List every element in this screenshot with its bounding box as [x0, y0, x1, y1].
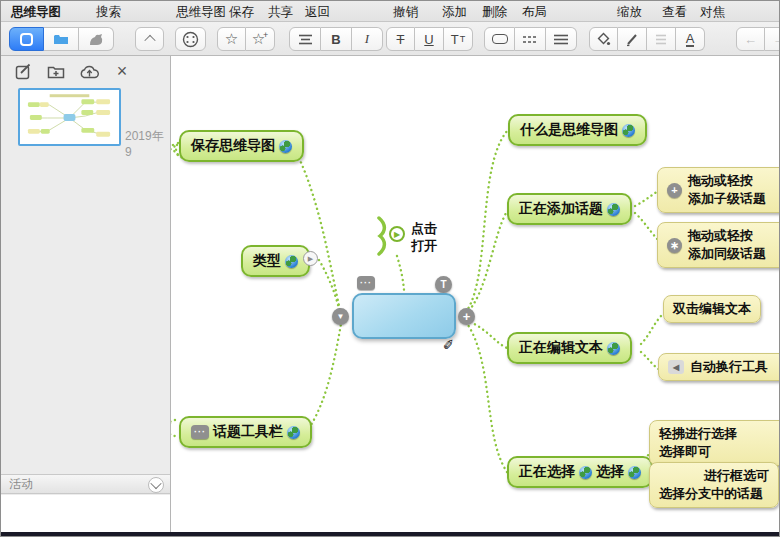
- activity-collapse-button[interactable]: [148, 477, 164, 493]
- topic-type[interactable]: 类型: [241, 245, 310, 277]
- folder-plus-icon: [47, 64, 65, 79]
- text-handle[interactable]: T: [435, 276, 452, 293]
- menu-zoom[interactable]: 缩放: [617, 4, 642, 21]
- menu-mindmap[interactable]: 思维导图: [176, 4, 226, 21]
- fill-drop-icon: [597, 32, 611, 46]
- folder-segment-button[interactable]: [44, 27, 79, 51]
- cloud-upload-button[interactable]: [77, 60, 101, 82]
- font-color-button[interactable]: A: [676, 27, 705, 51]
- select-note-a-line2: 选择即可: [659, 443, 777, 461]
- menu-undo[interactable]: 撤销: [393, 4, 418, 21]
- star-add-button[interactable]: ☆ +: [246, 27, 275, 51]
- menu-share[interactable]: 共享: [268, 4, 293, 21]
- topic-save-mindmap[interactable]: 保存思维导图: [179, 130, 304, 162]
- fill-color-button[interactable]: [589, 27, 618, 51]
- callout-line1: 点击: [411, 220, 437, 237]
- stickers-segment-button[interactable]: [79, 27, 114, 51]
- globe-icon: [285, 255, 298, 268]
- font-size-big: T: [451, 32, 459, 47]
- close-icon: ×: [117, 64, 128, 78]
- subtopic-doubleclick-edit[interactable]: 双击编辑文本: [663, 295, 761, 323]
- underline-button[interactable]: U: [415, 27, 444, 51]
- document-thumbnail[interactable]: [18, 88, 121, 146]
- activity-panel: [1, 495, 170, 532]
- select-note-b-line1: 进行框选可: [659, 467, 769, 485]
- align-button[interactable]: [289, 27, 321, 51]
- thumbnail-date: 2019年9: [125, 128, 170, 159]
- strikethrough-button[interactable]: T: [386, 27, 415, 51]
- subtopic-select-note-a[interactable]: 轻拂进行选择 选择即可: [649, 420, 780, 466]
- topic-adding-label: 正在添加话题: [519, 200, 603, 218]
- star-button[interactable]: ☆: [217, 27, 246, 51]
- subtopic-add-sibling-line2: 添加同级话题: [688, 245, 766, 263]
- menu-save[interactable]: 保存: [229, 4, 254, 21]
- menu-focus[interactable]: 对焦: [700, 4, 725, 21]
- style-palette-button[interactable]: [175, 27, 206, 51]
- collapse-badge[interactable]: ▶: [303, 251, 318, 266]
- wrap-arrow-icon: ◀: [668, 360, 684, 374]
- bold-button[interactable]: B: [321, 27, 352, 51]
- topic-selecting[interactable]: 正在选择 选择: [507, 456, 653, 488]
- favorites-group: ☆ ☆ +: [217, 27, 275, 51]
- topic-what-is-mindmap[interactable]: 什么是思维导图: [508, 114, 647, 146]
- import-button[interactable]: [44, 60, 68, 82]
- italic-button[interactable]: I: [352, 27, 383, 51]
- asterisk-circle-icon: ∗: [667, 238, 682, 253]
- rounded-rect-icon: [492, 34, 508, 44]
- menu-bar: 思维导图 搜索 思维导图 保存 共享 返回 撤销 添加 删除 布局 缩放 查看 …: [1, 1, 780, 22]
- menu-return[interactable]: 返回: [305, 4, 330, 21]
- topic-adding[interactable]: 正在添加话题: [507, 193, 632, 225]
- collapse-toolbar-button[interactable]: [135, 27, 164, 51]
- edit-pencil-icon[interactable]: ✎: [440, 337, 457, 350]
- node-shape-button[interactable]: [484, 27, 515, 51]
- menu-delete[interactable]: 删除: [482, 4, 507, 21]
- font-size-button[interactable]: T T: [444, 27, 473, 51]
- menu-layout[interactable]: 布局: [522, 4, 547, 21]
- menu-add[interactable]: 添加: [442, 4, 467, 21]
- topic-what-label: 什么是思维导图: [520, 121, 618, 139]
- subtopic-add-child-line1: 拖动或轻按: [688, 172, 766, 190]
- new-document-button[interactable]: [11, 60, 35, 82]
- subtopic-add-child[interactable]: + 拖动或轻按 添加子级话题: [657, 167, 780, 213]
- back-button[interactable]: ←: [736, 27, 765, 51]
- subtopic-select-note-b[interactable]: 进行框选可 选择分支中的话题: [649, 462, 779, 508]
- menu-app[interactable]: 思维导图: [11, 4, 61, 21]
- documents-segment-button[interactable]: [9, 27, 44, 51]
- select-note-a-line1: 轻拂进行选择: [659, 425, 777, 443]
- globe-icon: [579, 466, 592, 479]
- mindmap-canvas[interactable]: ▶ 点击 打开 ··· T ▼ + ✎ 保存思维导图 类型 ▶: [171, 56, 780, 532]
- close-button[interactable]: ×: [110, 60, 134, 82]
- shape-group: [484, 27, 577, 51]
- topic-toolbar-handle[interactable]: ···: [357, 276, 375, 290]
- globe-icon: [622, 124, 635, 137]
- topic-editing[interactable]: 正在编辑文本: [507, 332, 632, 364]
- forward-button[interactable]: →: [765, 27, 780, 51]
- solid-stroke-button[interactable]: [546, 27, 577, 51]
- pen-button[interactable]: [618, 27, 647, 51]
- solid-lines-icon: [553, 34, 569, 45]
- globe-icon: [287, 426, 300, 439]
- play-icon: ▶: [308, 255, 313, 263]
- menu-view[interactable]: 查看: [662, 4, 687, 21]
- subtopic-autowrap[interactable]: ◀ 自动换行工具: [658, 353, 780, 381]
- callout-play-icon[interactable]: ▶: [389, 226, 405, 242]
- globe-icon: [607, 203, 620, 216]
- subtopic-add-sibling[interactable]: ∗ 拖动或轻按 添加同级话题: [657, 222, 780, 268]
- menu-search[interactable]: 搜索: [96, 4, 121, 21]
- pencil-icon: [625, 32, 640, 47]
- topic-toolbar[interactable]: ··· 话题工具栏: [179, 416, 312, 448]
- subtopic-autowrap-label: 自动换行工具: [690, 358, 768, 376]
- more-dots-chip: ···: [191, 425, 209, 439]
- plus-icon: +: [463, 309, 471, 324]
- select-note-b-line2: 选择分支中的话题: [659, 485, 769, 503]
- add-topic-handle[interactable]: +: [458, 308, 475, 325]
- font-color-a: A: [686, 32, 695, 47]
- align-center-icon: [298, 34, 313, 45]
- globe-icon: [607, 342, 620, 355]
- subtopic-doubleclick-label: 双击编辑文本: [673, 301, 751, 316]
- paragraph-button[interactable]: [647, 27, 676, 51]
- topic-editing-label: 正在编辑文本: [519, 339, 603, 357]
- left-branch-handle[interactable]: ▼: [332, 308, 349, 325]
- dashed-stroke-button[interactable]: [515, 27, 546, 51]
- central-topic-node[interactable]: [352, 293, 456, 339]
